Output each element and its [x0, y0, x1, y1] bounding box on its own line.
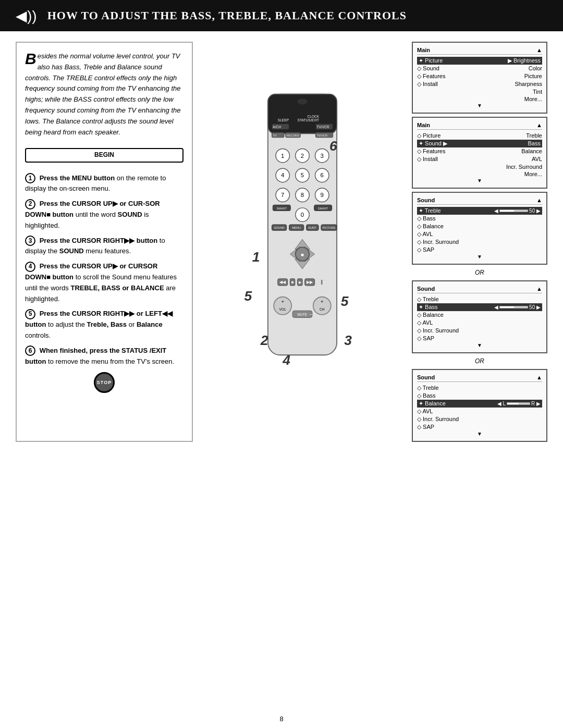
menu-row-2-sound-highlighted: ✦ Sound ▶Bass — [417, 140, 542, 147]
menu-row-2-more: More... — [417, 170, 542, 178]
svg-text:MUTE: MUTE — [298, 313, 308, 316]
menu-screen-4: Sound ▲ ◇ Treble ✦ Bass ◀ 50 ▶ ◇ Balance… — [412, 280, 547, 353]
svg-text:+: + — [321, 299, 324, 304]
drop-cap: B — [25, 51, 36, 67]
page-header: ◀)) How to Adjust the Bass, Treble, Bala… — [0, 0, 563, 31]
svg-text:SMART: SMART — [318, 207, 328, 210]
menu-screen-2: Main ▲ ◇ PictureTreble ✦ Sound ▶Bass ◇ F… — [412, 117, 547, 189]
svg-text:◀◀: ◀◀ — [279, 280, 286, 285]
menu-scroll-down-1: ▼ — [417, 103, 542, 108]
menu-screen-3: Sound ▲ ✦ Treble ◀ 50 ▶ ◇ Bass ◇ Balance… — [412, 192, 547, 265]
menu-scroll-down-5: ▼ — [417, 431, 542, 437]
svg-text:0: 0 — [301, 212, 304, 218]
svg-text:PICTURE: PICTURE — [323, 226, 336, 229]
intro-text: B esides the normal volume level control… — [25, 51, 183, 138]
svg-text:2: 2 — [301, 153, 304, 159]
remote-illustration: SLEEP CLOCK STATUS/EXIT A/CH TV/VCR TV R… — [229, 65, 375, 419]
menu-row-4-avl: ◇ AVL — [417, 319, 542, 327]
svg-text:CH: CH — [320, 307, 325, 311]
svg-text:MENU: MENU — [292, 226, 301, 229]
menu-row-4-bass: ✦ Bass ◀ 50 ▶ — [417, 303, 542, 311]
menu-row-install: ◇ InstallSharpness — [417, 80, 542, 88]
svg-text:RECORD: RECORD — [287, 134, 300, 137]
left-instructions-panel: B esides the normal volume level control… — [16, 42, 193, 442]
svg-text:■: ■ — [301, 252, 304, 257]
svg-text:SURF: SURF — [308, 226, 316, 229]
menu-row-2-incr: Incr. Surround — [417, 163, 542, 170]
svg-text:+: + — [281, 299, 284, 304]
menu-row-4-incr: ◇ Incr. Surround — [417, 327, 542, 335]
svg-text:1: 1 — [281, 153, 284, 159]
svg-text:2: 2 — [260, 332, 268, 348]
page-number: 8 — [279, 715, 283, 723]
sound-icon: ◀)) — [16, 7, 37, 24]
menu-row-5-treble: ◇ Treble — [417, 384, 542, 392]
menu-row-features: ◇ FeaturesPicture — [417, 72, 542, 80]
svg-text:6: 6 — [321, 172, 324, 178]
menu-row-3-incr: ◇ Incr. Surround — [417, 238, 542, 246]
svg-text:5: 5 — [301, 172, 304, 178]
svg-text:5: 5 — [244, 288, 253, 304]
menu-row-5-bass: ◇ Bass — [417, 392, 542, 400]
svg-text:SLEEP: SLEEP — [278, 118, 289, 122]
menu-scroll-down-3: ▼ — [417, 254, 542, 260]
step-5: 5 Press the CURSOR RIGHT▶▶ or LEFT◀◀ but… — [25, 309, 183, 341]
svg-text:–: – — [310, 311, 313, 317]
page-title: How to Adjust the Bass, Treble, Balance … — [47, 9, 407, 22]
or-label-2: OR — [412, 357, 547, 365]
svg-text:5: 5 — [341, 293, 349, 309]
step-6-number: 6 — [25, 346, 35, 356]
step-6: 6 When finished, press the STATUS /EXIT … — [25, 346, 183, 367]
svg-text:SMART: SMART — [276, 207, 287, 210]
menu-screen-4-title: Sound ▲ — [417, 286, 542, 293]
menu-row-3-treble: ✦ Treble ◀ 50 ▶ — [417, 207, 542, 215]
menu-row-2-picture: ◇ PictureTreble — [417, 132, 542, 140]
or-label-1: OR — [412, 269, 547, 276]
svg-text:7: 7 — [281, 192, 284, 198]
menu-row-4-sap: ◇ SAP — [417, 335, 542, 342]
menu-row-5-avl: ◇ AVL — [417, 408, 542, 415]
step-4-number: 4 — [25, 262, 35, 272]
menu-row-sound: ◇ SoundColor — [417, 65, 542, 72]
svg-text:1: 1 — [252, 249, 260, 265]
menu-row-more-1: More... — [417, 95, 542, 103]
menu-row-5-sap: ◇ SAP — [417, 423, 542, 431]
menu-screen-2-title: Main ▲ — [417, 122, 542, 130]
menu-screen-1: Main ▲ ✦ Picture▶ Brightness ◇ SoundColo… — [412, 42, 547, 114]
svg-text:A/CH: A/CH — [273, 125, 281, 129]
svg-text:‖: ‖ — [321, 279, 323, 285]
menu-row-2-install: ◇ InstallAVL — [417, 155, 542, 163]
center-remote-panel: SLEEP CLOCK STATUS/EXIT A/CH TV/VCR TV R… — [203, 42, 401, 442]
menu-row-5-balance: ✦ Balance ◀ L R ▶ — [417, 400, 542, 408]
menu-scroll-down-2: ▼ — [417, 178, 542, 183]
begin-badge: BEGIN — [25, 148, 183, 162]
svg-text:TV/VCR: TV/VCR — [316, 134, 327, 137]
menu-row-3-bass: ◇ Bass — [417, 215, 542, 223]
step-3-number: 3 — [25, 236, 35, 246]
step-1: 1 Press the MENU button on the remote to… — [25, 173, 183, 195]
svg-text:6: 6 — [329, 138, 337, 154]
menu-row-3-sap: ◇ SAP — [417, 246, 542, 254]
svg-text:SOUND: SOUND — [274, 226, 284, 229]
step-2-number: 2 — [25, 199, 35, 209]
menu-screen-1-title: Main ▲ — [417, 47, 542, 55]
svg-text:8: 8 — [301, 192, 304, 198]
menu-scroll-down-4: ▼ — [417, 342, 542, 348]
main-content: B esides the normal volume level control… — [0, 31, 563, 452]
stop-badge: STOP — [25, 372, 183, 393]
step-1-number: 1 — [25, 173, 35, 183]
svg-text:3: 3 — [321, 153, 324, 159]
svg-text:4: 4 — [281, 172, 284, 178]
menu-screen-5: Sound ▲ ◇ Treble ◇ Bass ✦ Balance ◀ L R … — [412, 369, 547, 442]
menu-row-picture-highlighted: ✦ Picture▶ Brightness — [417, 57, 542, 65]
svg-text:9: 9 — [321, 192, 324, 198]
step-4: 4 Press the CURSOR UP▶ or CURSOR DOWN■ b… — [25, 261, 183, 304]
svg-text:4: 4 — [282, 352, 290, 368]
svg-text:■: ■ — [291, 280, 294, 285]
svg-text:3: 3 — [344, 332, 352, 348]
menu-row-tint: Tint — [417, 88, 542, 95]
stop-circle: STOP — [94, 372, 115, 393]
menu-row-3-balance: ◇ Balance — [417, 223, 542, 230]
menu-row-3-avl: ◇ AVL — [417, 230, 542, 238]
svg-text:TV: TV — [273, 134, 276, 137]
